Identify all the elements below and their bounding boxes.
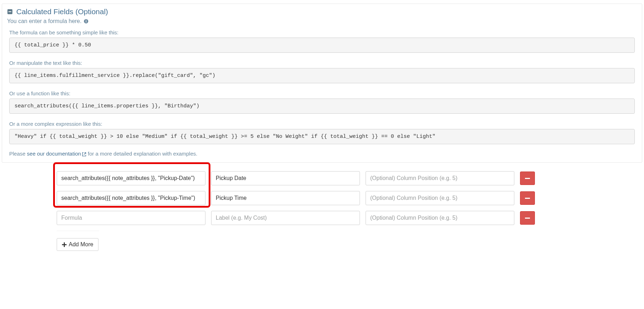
fields-area: Add More [0,163,644,254]
formula-input[interactable] [57,191,205,205]
external-link-icon [82,152,86,157]
field-row [57,211,640,225]
position-input[interactable] [366,211,514,225]
svg-rect-1 [9,11,11,12]
help-content: The formula can be something simple like… [2,29,642,162]
label-input[interactable] [211,191,360,205]
code-example-4: "Heavy" if {{ total_weight }} > 10 else … [9,129,635,144]
doc-prefix: Please [9,151,27,157]
code-example-3: search_attributes({{ line_items.properti… [9,99,635,114]
documentation-text: Please see our documentation for a more … [9,151,635,159]
panel-header: Calculated Fields (Optional) [2,4,642,18]
panel-title: Calculated Fields (Optional) [16,7,108,16]
label-input[interactable] [211,171,360,185]
field-row [57,171,640,185]
position-input[interactable] [366,191,514,205]
svg-point-3 [86,20,86,21]
add-more-label: Add More [69,241,93,248]
svg-rect-7 [525,218,530,219]
position-input[interactable] [366,171,514,185]
help-label-3: Or use a function like this: [9,90,635,96]
remove-button[interactable] [520,191,535,205]
add-more-button[interactable]: Add More [57,238,98,251]
info-icon[interactable] [84,19,89,24]
label-input[interactable] [211,211,360,225]
calculated-fields-panel: Calculated Fields (Optional) You can ent… [2,4,642,163]
remove-button[interactable] [520,211,535,225]
documentation-link[interactable]: see our documentation [27,151,86,157]
panel-subtitle: You can enter a formula here. [2,18,642,29]
subtitle-text: You can enter a formula here. [7,18,81,24]
doc-suffix: for a more detailed explanation with exa… [86,151,198,157]
code-example-1: {{ total_price }} * 0.50 [9,38,635,53]
svg-rect-9 [62,244,67,245]
svg-rect-4 [86,21,86,22]
formula-input[interactable] [57,211,205,225]
help-label-1: The formula can be something simple like… [9,29,635,35]
svg-rect-6 [525,198,530,199]
svg-rect-5 [525,178,530,179]
plus-icon [62,242,67,247]
help-label-2: Or manipulate the text like this: [9,60,635,66]
help-label-4: Or a more complex expression like this: [9,121,635,127]
remove-button[interactable] [520,172,535,185]
collapse-icon[interactable] [7,9,13,15]
field-row [57,191,640,205]
formula-input[interactable] [57,171,205,185]
code-example-2: {{ line_items.fulfillment_service }}.rep… [9,68,635,83]
